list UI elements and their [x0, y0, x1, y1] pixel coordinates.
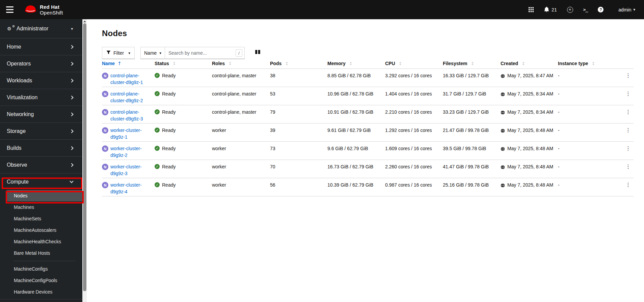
kebab-menu-icon[interactable]: ⋮ — [623, 182, 634, 188]
scrollbar-thumb[interactable] — [83, 23, 86, 291]
instance-type-cell: - — [558, 145, 623, 160]
sidebar-item-networking[interactable]: Networking — [0, 106, 82, 122]
chevron-right-icon — [70, 112, 73, 116]
nav-toggle-hamburger-icon[interactable] — [6, 6, 14, 13]
sidebar-item-nodes[interactable]: Nodes — [7, 190, 82, 201]
roles-cell: control-plane, master — [212, 72, 270, 87]
web-terminal-button[interactable]: >_ — [583, 7, 588, 12]
sidebar-item-operators[interactable]: Operators — [0, 55, 82, 72]
status-text: Ready — [162, 163, 176, 170]
memory-cell: 10.91 GiB / 62.78 GiB — [327, 109, 385, 123]
column-header-instance-type[interactable]: Instance type↕ — [558, 61, 623, 66]
node-link[interactable]: worker-cluster-d9g9z-1 — [110, 127, 151, 140]
sidebar-item-storage[interactable]: Storage — [0, 122, 82, 139]
main-content: Nodes Filter ▾ Name ▾ / Name↑ Status↕ Ro… — [87, 19, 644, 302]
node-badge: N — [102, 91, 108, 97]
table-row: Nworker-cluster-d9g9z-2 ✓Ready worker 73… — [102, 142, 634, 160]
pods-cell: 79 — [270, 109, 327, 123]
import-yaml-button[interactable]: + — [567, 7, 573, 13]
roles-cell: worker — [212, 163, 270, 178]
sidebar-item-machines[interactable]: Machines — [0, 201, 82, 213]
terminal-icon: >_ — [583, 7, 588, 12]
sidebar-item-compute[interactable]: Compute — [0, 173, 82, 190]
ready-check-icon: ✓ — [155, 91, 160, 96]
pods-cell: 38 — [270, 72, 327, 87]
filesystem-cell: 41.47 GiB / 99.78 GiB — [443, 163, 501, 178]
kebab-menu-icon[interactable]: ⋮ — [623, 109, 634, 115]
column-header-pods[interactable]: Pods↕ — [270, 61, 327, 66]
caret-down-icon: ▾ — [159, 51, 161, 55]
column-header-status[interactable]: Status↕ — [155, 61, 212, 66]
sidebar-item-virtualization[interactable]: Virtualization — [0, 89, 82, 106]
node-link[interactable]: control-plane-cluster-d9g9z-3 — [110, 109, 151, 122]
notifications-button[interactable]: 21 — [544, 6, 557, 13]
sidebar-item-machineconfigpools[interactable]: MachineConfigPools — [0, 275, 82, 286]
sidebar-item-hardware-devices[interactable]: Hardware Devices — [0, 286, 82, 298]
filter-dropdown[interactable]: Filter ▾ — [102, 47, 135, 59]
sort-ascending-icon[interactable]: ↑ — [117, 61, 122, 66]
search-attribute-select[interactable]: Name ▾ — [140, 47, 165, 59]
chevron-right-icon — [70, 163, 73, 167]
column-header-roles[interactable]: Roles↕ — [212, 61, 270, 66]
app-launcher-grid-icon[interactable] — [529, 7, 534, 12]
status-text: Ready — [162, 72, 176, 79]
pods-cell: 56 — [270, 182, 327, 196]
sidebar-item-machinesets[interactable]: MachineSets — [0, 213, 82, 224]
sort-icon[interactable]: ↕ — [349, 61, 353, 66]
sort-icon[interactable]: ↕ — [285, 61, 289, 66]
sidebar-item-machineconfigs[interactable]: MachineConfigs — [0, 263, 82, 275]
sidebar-item-observe[interactable]: Observe — [0, 156, 82, 173]
sidebar-item-home[interactable]: Home — [0, 38, 82, 55]
column-header-created[interactable]: Created↕ — [501, 61, 558, 66]
column-header-name[interactable]: Name↑ — [102, 61, 155, 66]
kebab-menu-icon[interactable]: ⋮ — [623, 90, 634, 97]
kebab-menu-icon[interactable]: ⋮ — [623, 72, 634, 79]
subnav-divider — [14, 261, 76, 261]
sort-icon[interactable]: ↕ — [471, 61, 474, 66]
node-link[interactable]: control-plane-cluster-d9g9z-2 — [110, 90, 151, 104]
user-menu[interactable]: admin ▾ — [618, 7, 635, 12]
search-input[interactable] — [165, 47, 245, 59]
subnav-divider — [0, 299, 82, 299]
caret-down-icon: ▾ — [128, 51, 130, 55]
kebab-menu-icon[interactable]: ⋮ — [623, 127, 634, 134]
node-link[interactable]: worker-cluster-d9g9z-3 — [110, 163, 151, 177]
memory-cell: 9.6 GiB / 62.79 GiB — [327, 145, 385, 160]
kebab-menu-icon[interactable]: ⋮ — [623, 145, 634, 152]
node-badge: N — [102, 127, 108, 134]
pods-cell: 73 — [270, 145, 327, 160]
cpu-cell: 1.292 cores / 16 cores — [385, 127, 443, 141]
sidebar-item-workloads[interactable]: Workloads — [0, 72, 82, 89]
status-text: Ready — [162, 182, 176, 188]
manage-columns-button[interactable] — [255, 49, 261, 56]
sidebar-item-machinehealthchecks[interactable]: MachineHealthChecks — [0, 236, 82, 247]
node-link[interactable]: worker-cluster-d9g9z-2 — [110, 145, 151, 159]
perspective-switcher[interactable]: ⚙⚙ Administrator ▾ — [0, 19, 82, 38]
help-button[interactable]: ? — [598, 7, 603, 12]
column-header-filesystem[interactable]: Filesystem↕ — [443, 61, 501, 66]
node-link[interactable]: control-plane-cluster-d9g9z-1 — [110, 72, 151, 86]
brand-logo[interactable]: Red Hat OpenShift — [24, 4, 63, 16]
memory-cell: 10.39 GiB / 62.79 GiB — [327, 182, 385, 196]
sidebar-item-bare-metal-hosts[interactable]: Bare Metal Hosts — [0, 247, 82, 259]
sort-icon[interactable]: ↕ — [228, 61, 232, 66]
column-header-memory[interactable]: Memory↕ — [327, 61, 385, 66]
nodes-table: Name↑ Status↕ Roles↕ Pods↕ Memory↕ CPU↕ … — [102, 60, 634, 196]
sidebar-item-builds[interactable]: Builds — [0, 139, 82, 156]
filesystem-cell: 39.5 GiB / 99.78 GiB — [443, 145, 501, 160]
sidebar-scrollbar[interactable] — [82, 19, 87, 302]
node-link[interactable]: worker-cluster-d9g9z-4 — [110, 182, 151, 195]
created-text: May 7, 2025, 8:48 AM — [507, 145, 553, 152]
cpu-cell: 2.260 cores / 16 cores — [385, 163, 443, 178]
sort-icon[interactable]: ↕ — [399, 61, 402, 66]
sidebar-item-machineautoscalers[interactable]: MachineAutoscalers — [0, 224, 82, 236]
instance-type-cell: - — [558, 163, 623, 178]
sort-icon[interactable]: ↕ — [591, 61, 595, 66]
sort-icon[interactable]: ↕ — [521, 61, 525, 66]
search-shortcut-badge: / — [236, 49, 242, 57]
kebab-menu-icon[interactable]: ⋮ — [623, 163, 634, 170]
sort-icon[interactable]: ↕ — [172, 61, 176, 66]
scrollbar-up-arrow[interactable] — [83, 21, 86, 22]
filesystem-cell: 31.7 GiB / 129.7 GiB — [443, 90, 501, 105]
column-header-cpu[interactable]: CPU↕ — [385, 61, 443, 66]
